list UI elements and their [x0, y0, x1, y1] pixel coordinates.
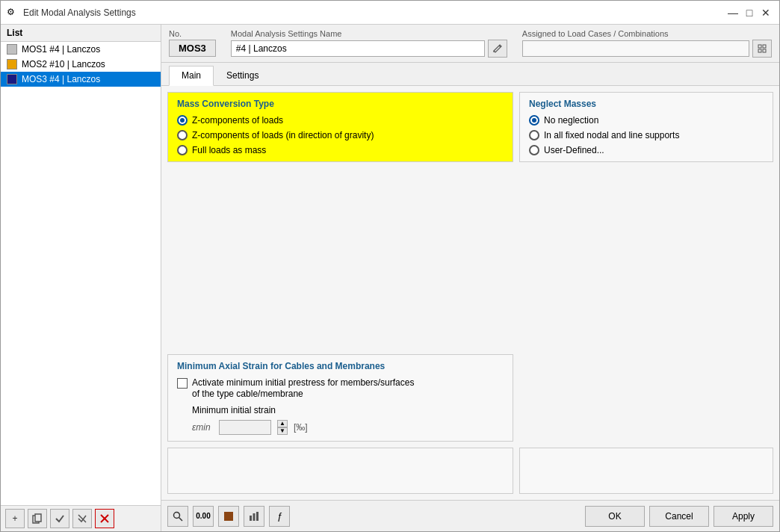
- mass-conversion-section: Mass Conversion Type Z-components of loa…: [167, 92, 513, 162]
- emin-input[interactable]: [219, 420, 271, 435]
- tab-main[interactable]: Main: [169, 66, 214, 86]
- chart-button[interactable]: [244, 506, 264, 527]
- radio-fixed-nodal-label: In all fixed nodal and line supports: [544, 130, 679, 140]
- right-column: Neglect Masses No neglection In all fixe…: [519, 92, 773, 494]
- add-item-button[interactable]: +: [5, 509, 25, 528]
- axial-strain-title: Minimum Axial Strain for Cables and Memb…: [177, 361, 504, 371]
- svg-rect-3: [35, 514, 41, 522]
- list-item-color-3: [7, 74, 17, 84]
- header-name-group: Modal Analysis Settings Name: [231, 29, 507, 58]
- radio-no-neglect-label: No neglection: [544, 115, 598, 126]
- left-bottom-empty: [167, 448, 513, 494]
- title-bar-controls: — □ ✕: [725, 5, 773, 20]
- assigned-label: Assigned to Load Cases / Combinations: [522, 29, 772, 38]
- list-actions: +: [1, 505, 161, 531]
- ok-button[interactable]: OK: [585, 506, 645, 527]
- svg-rect-9: [758, 45, 761, 48]
- mass-conversion-title: Mass Conversion Type: [177, 99, 504, 109]
- restore-button[interactable]: □: [742, 5, 757, 20]
- formula-button[interactable]: ƒ: [269, 506, 290, 527]
- no-label: No.: [169, 29, 216, 38]
- svg-rect-15: [224, 512, 233, 521]
- main-window: ⚙ Edit Modal Analysis Settings — □ ✕ Lis…: [0, 0, 780, 532]
- right-bottom-empty: [519, 448, 773, 494]
- list-item-3[interactable]: MOS3 #4 | Lanczos: [1, 72, 161, 87]
- dialog-actions: OK Cancel Apply: [585, 506, 773, 527]
- neglect-masses-section: Neglect Masses No neglection In all fixe…: [519, 92, 773, 162]
- tab-settings[interactable]: Settings: [214, 66, 271, 85]
- list-item-2[interactable]: MOS2 #10 | Lanczos: [1, 57, 161, 72]
- svg-rect-18: [256, 512, 259, 521]
- svg-point-13: [174, 512, 180, 518]
- radio-full-loads-label: Full loads as mass: [192, 145, 266, 155]
- svg-rect-11: [758, 49, 761, 52]
- duplicate-item-button[interactable]: [28, 509, 47, 528]
- assigned-input[interactable]: [522, 40, 749, 57]
- emin-label: εmin: [192, 422, 213, 433]
- radio-fixed-nodal[interactable]: In all fixed nodal and line supports: [529, 130, 764, 140]
- tab-bar: Main Settings: [161, 63, 779, 86]
- min-strain-label-row: Minimum initial strain: [177, 405, 504, 415]
- radio-z-gravity[interactable]: Z-components of loads (in direction of g…: [177, 130, 504, 140]
- spin-down-button[interactable]: ▼: [277, 427, 288, 435]
- tab-content: Mass Conversion Type Z-components of loa…: [161, 86, 779, 500]
- neglect-masses-title: Neglect Masses: [529, 99, 764, 109]
- assigned-edit-button[interactable]: [752, 40, 772, 58]
- right-panel: No. MOS3 Modal Analysis Settings Name: [161, 25, 779, 531]
- name-input[interactable]: [231, 40, 485, 57]
- delete-item-button[interactable]: [95, 509, 114, 528]
- header-assigned-group: Assigned to Load Cases / Combinations: [522, 29, 772, 58]
- list-item-label-1: MOS1 #4 | Lanczos: [22, 44, 100, 55]
- decimal-label: 0.00: [196, 512, 210, 520]
- list-header: List: [1, 25, 161, 42]
- svg-rect-12: [763, 49, 766, 52]
- search-button[interactable]: [167, 506, 188, 527]
- radio-full-loads-indicator: [177, 145, 188, 155]
- radio-z-loads[interactable]: Z-components of loads: [177, 115, 504, 126]
- radio-user-defined-label: User-Defined...: [544, 145, 604, 155]
- name-edit-button[interactable]: [488, 40, 507, 58]
- list-item-label-3: MOS3 #4 | Lanczos: [22, 74, 100, 84]
- right-spacer: [519, 168, 773, 442]
- axial-checkbox-row: Activate minimum initial prestress for m…: [177, 377, 504, 400]
- list-item[interactable]: MOS1 #4 | Lanczos: [1, 42, 161, 57]
- list-items: MOS1 #4 | Lanczos MOS2 #10 | Lanczos MOS…: [1, 42, 161, 505]
- apply-button[interactable]: Apply: [714, 506, 773, 527]
- close-button[interactable]: ✕: [758, 5, 773, 20]
- name-row: [231, 40, 507, 58]
- check-item-button[interactable]: [50, 509, 69, 528]
- title-bar: ⚙ Edit Modal Analysis Settings — □ ✕: [1, 1, 779, 25]
- left-column: Mass Conversion Type Z-components of loa…: [167, 92, 513, 494]
- color-button[interactable]: [218, 506, 239, 527]
- bottom-toolbar: 0.00 ƒ OK Cancel Apply: [161, 500, 779, 531]
- spin-up-button[interactable]: ▲: [277, 420, 288, 427]
- list-item-color-2: [7, 59, 17, 69]
- list-item-color-1: [7, 44, 17, 55]
- axial-strain-section: Minimum Axial Strain for Cables and Memb…: [167, 354, 513, 442]
- radio-no-neglect-indicator: [529, 115, 539, 126]
- svg-rect-16: [250, 516, 252, 521]
- radio-fixed-nodal-indicator: [529, 130, 539, 140]
- svg-line-14: [179, 517, 183, 521]
- list-panel: List MOS1 #4 | Lanczos MOS2 #10 | Lanczo…: [1, 25, 161, 531]
- cancel-button[interactable]: Cancel: [649, 506, 709, 527]
- radio-no-neglect[interactable]: No neglection: [529, 115, 764, 126]
- neglect-masses-radio-group: No neglection In all fixed nodal and lin…: [529, 115, 764, 155]
- minimize-button[interactable]: —: [725, 5, 740, 20]
- main-content: List MOS1 #4 | Lanczos MOS2 #10 | Lanczo…: [1, 25, 779, 531]
- radio-user-defined[interactable]: User-Defined...: [529, 145, 764, 155]
- name-label: Modal Analysis Settings Name: [231, 29, 507, 38]
- decimal-button[interactable]: 0.00: [193, 506, 214, 527]
- axial-checkbox[interactable]: [177, 378, 188, 389]
- svg-text:+: +: [12, 513, 17, 524]
- window-icon: ⚙: [7, 7, 19, 19]
- radio-full-loads[interactable]: Full loads as mass: [177, 145, 504, 155]
- svg-rect-10: [763, 45, 766, 48]
- mass-conversion-radio-group: Z-components of loads Z-components of lo…: [177, 115, 504, 155]
- min-strain-label: Minimum initial strain: [192, 405, 276, 415]
- emin-unit: [‰]: [294, 422, 308, 433]
- window-title: Edit Modal Analysis Settings: [23, 7, 136, 18]
- no-badge: MOS3: [169, 40, 216, 57]
- cross-check-button[interactable]: [72, 509, 92, 528]
- axial-checkbox-label: Activate minimum initial prestress for m…: [192, 377, 414, 400]
